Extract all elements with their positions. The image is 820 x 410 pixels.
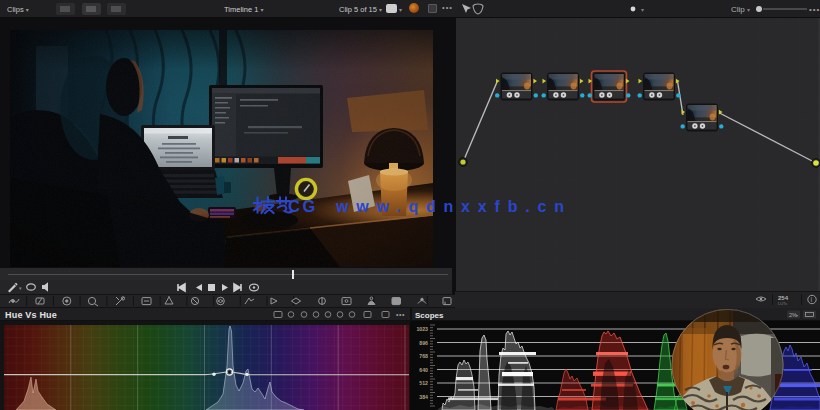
- svg-text:768: 768: [419, 353, 428, 359]
- svg-text:•••: •••: [809, 5, 820, 14]
- svg-text:▾: ▾: [796, 313, 798, 318]
- svg-text:640: 640: [419, 367, 428, 373]
- svg-text:▾: ▾: [747, 7, 750, 13]
- svg-text:512: 512: [419, 380, 428, 386]
- svg-text:▾: ▾: [19, 285, 22, 291]
- svg-text:i: i: [810, 296, 812, 303]
- svg-text:Clip: Clip: [731, 5, 745, 14]
- svg-text:384: 384: [419, 394, 428, 400]
- svg-text:•••: •••: [396, 311, 405, 318]
- svg-text:896: 896: [419, 340, 428, 346]
- svg-text:▾: ▾: [641, 7, 644, 13]
- svg-text:www.qdnxxfb.cn: www.qdnxxfb.cn: [335, 198, 572, 215]
- svg-text:1023: 1023: [416, 326, 428, 332]
- svg-text:LUTs: LUTs: [778, 301, 787, 306]
- svg-text:CG: CG: [288, 197, 318, 215]
